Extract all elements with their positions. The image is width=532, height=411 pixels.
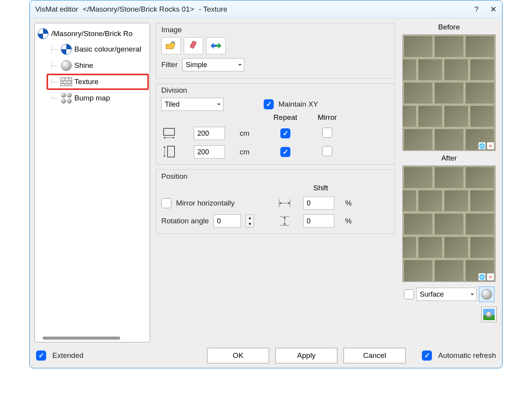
maintain-xy-label: Maintain XY <box>278 100 318 109</box>
app-name: VisMat editor <box>35 5 78 14</box>
division-mode-select[interactable]: Tiled <box>161 98 223 111</box>
globe-icon[interactable]: 🌐 <box>478 273 486 281</box>
shift-header: Shift <box>303 184 338 192</box>
brick-icon <box>60 76 72 88</box>
pie-icon <box>37 28 49 40</box>
cancel-button[interactable]: Cancel <box>344 348 406 363</box>
filter-label: Filter <box>161 60 178 69</box>
apply-button[interactable]: Apply <box>275 348 337 363</box>
shift-x-icon <box>277 196 292 210</box>
svg-rect-3 <box>168 146 174 157</box>
extended-checkbox[interactable] <box>36 351 46 361</box>
erase-image-button[interactable] <box>184 37 203 54</box>
height-dim-icon <box>161 145 177 159</box>
swap-image-button[interactable] <box>206 37 226 54</box>
preview-sphere-button[interactable] <box>479 287 494 302</box>
rotation-input[interactable] <box>214 214 241 228</box>
height-repeat-checkbox[interactable] <box>280 147 290 157</box>
help-button[interactable]: ? <box>474 5 478 14</box>
close-button[interactable]: ✕ <box>490 5 497 14</box>
width-input[interactable] <box>194 127 225 140</box>
shift-x-unit: % <box>345 199 357 207</box>
height-unit: cm <box>240 148 259 156</box>
image-legend: Image <box>161 26 389 34</box>
after-preview: 🌐 ≡ <box>402 166 496 282</box>
position-legend: Position <box>161 172 389 181</box>
tree-item-shine[interactable]: ├─ Shine <box>47 58 148 73</box>
preview-scene-button[interactable] <box>481 307 497 322</box>
properties-panel: Image Filter Simple <box>155 23 395 342</box>
sphere-icon <box>60 60 72 71</box>
auto-refresh-label: Automatic refresh <box>438 351 496 360</box>
tree-root[interactable]: /Masonry/Stone/Brick Ro <box>37 28 147 40</box>
tree-connector: ├─ <box>50 62 57 69</box>
width-unit: cm <box>240 129 259 138</box>
spin-up-button[interactable]: ▲ <box>246 215 254 221</box>
list-icon[interactable]: ≡ <box>487 273 494 281</box>
width-dim-icon <box>161 126 177 140</box>
width-repeat-checkbox[interactable] <box>280 128 290 138</box>
tree-item-basic-colour[interactable]: ├─ Basic colour/general <box>47 42 148 57</box>
mirror-horizontally-label: Mirror horizontally <box>176 199 235 207</box>
tree-item-label: Texture <box>74 78 98 86</box>
width-mirror-checkbox[interactable] <box>322 128 332 138</box>
surface-select[interactable]: Surface <box>416 288 477 301</box>
height-mirror-checkbox[interactable] <box>322 146 332 156</box>
mirror-header: Mirror <box>312 113 343 122</box>
extended-label: Extended <box>52 351 83 360</box>
height-input[interactable] <box>194 145 225 159</box>
auto-refresh-checkbox[interactable] <box>422 351 432 361</box>
open-image-button[interactable] <box>161 37 181 54</box>
tree-item-label: Bump map <box>74 94 110 102</box>
division-group: Division Tiled Maintain XY Repeat Mirror <box>155 83 395 165</box>
tree-item-bump-map[interactable]: └─ Bump map <box>47 91 148 105</box>
folder-open-icon <box>165 41 177 50</box>
after-label: After <box>441 154 457 162</box>
shift-y-icon <box>277 214 292 228</box>
tree-connector: └─ <box>50 95 57 101</box>
tree-item-texture[interactable]: ├─ Texture <box>47 74 148 89</box>
tree-connector: ├─ <box>50 46 57 52</box>
surface-checkbox[interactable] <box>404 289 414 299</box>
ok-button[interactable]: OK <box>207 348 269 363</box>
tree-item-label: Basic colour/general <box>74 45 141 54</box>
tree-connector: ├─ <box>50 79 57 85</box>
position-group: Position Shift Mirror horizontally % <box>155 169 395 234</box>
dialog-footer: Extended OK Apply Cancel Automatic refre… <box>30 347 502 368</box>
spin-down-button[interactable]: ▼ <box>246 221 254 227</box>
pie-icon <box>60 43 72 55</box>
material-tree-panel: /Masonry/Stone/Brick Ro ├─ Basic colour/… <box>35 23 150 342</box>
preview-panel: Before 🌐 ≡ After 🌐 <box>401 23 497 342</box>
bump-icon <box>60 92 72 104</box>
shift-y-unit: % <box>345 217 357 225</box>
titlebar: VisMat editor </Masonry/Stone/Brick Rock… <box>30 0 502 18</box>
image-group: Image Filter Simple <box>155 23 395 79</box>
before-preview: 🌐 ≡ <box>402 35 496 151</box>
mirror-horizontally-checkbox[interactable] <box>161 198 171 208</box>
horizontal-scrollbar[interactable] <box>43 337 120 340</box>
section-suffix: - Texture <box>199 5 228 14</box>
vismat-editor-window: VisMat editor </Masonry/Stone/Brick Rock… <box>29 0 503 368</box>
shift-x-input[interactable] <box>303 197 334 210</box>
filter-select[interactable]: Simple <box>182 58 244 71</box>
material-path: </Masonry/Stone/Brick Rocks 01> <box>83 5 194 14</box>
division-legend: Division <box>161 86 389 95</box>
rotation-spinner[interactable]: ▲ ▼ <box>245 214 254 228</box>
tree-root-label: /Masonry/Stone/Brick Ro <box>51 29 133 38</box>
svg-rect-0 <box>190 41 197 49</box>
svg-rect-1 <box>164 128 174 135</box>
eraser-icon <box>188 41 199 51</box>
swap-arrows-icon <box>210 41 222 50</box>
maintain-xy-checkbox[interactable] <box>264 99 274 109</box>
rotation-label: Rotation angle <box>161 217 209 225</box>
tree-item-label: Shine <box>74 61 93 70</box>
before-label: Before <box>438 23 460 31</box>
globe-icon[interactable]: 🌐 <box>478 142 486 150</box>
shift-y-input[interactable] <box>303 214 334 228</box>
repeat-header: Repeat <box>270 113 301 122</box>
list-icon[interactable]: ≡ <box>487 142 494 150</box>
